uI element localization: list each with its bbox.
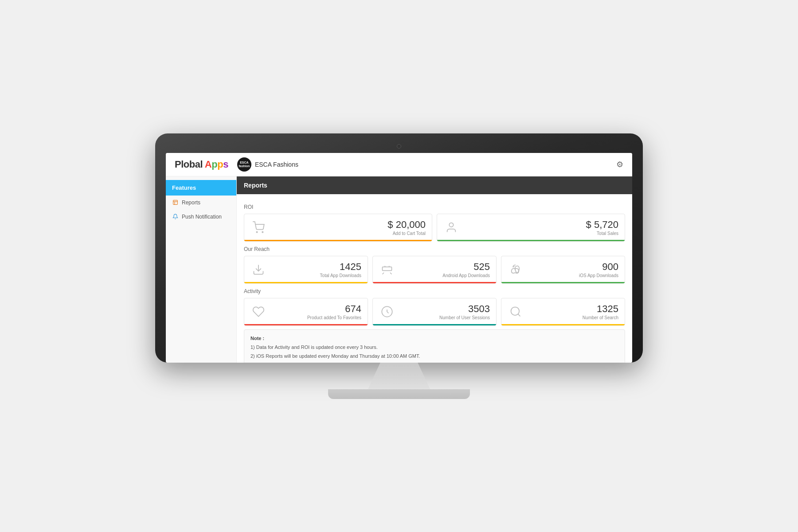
total-sales-value: $ 5,720 [464, 219, 618, 230]
favorites-label: Product added To Favorites [271, 315, 361, 320]
search-icon [508, 304, 524, 320]
total-downloads-card: 1425 Total App Downloads [244, 256, 368, 284]
sidebar-item-reports[interactable]: Reports [166, 196, 236, 210]
total-downloads-value: 1425 [271, 262, 361, 272]
sales-icon [443, 219, 459, 235]
heart-icon [250, 304, 266, 320]
android-downloads-card: 525 Android App Downloads [372, 256, 497, 284]
activity-cards-row: 674 Product added To Favorites 3503 [244, 298, 625, 326]
notes-title: Note : [250, 336, 264, 341]
ios-downloads-label: iOS App Downloads [528, 273, 618, 278]
apple-icon [508, 262, 524, 278]
app-header: Plobal Apps ESCA fashion ESCA Fashions ⚙ [166, 153, 632, 176]
push-notification-label: Push Notification [182, 214, 222, 220]
reach-cards-row: 1425 Total App Downloads [244, 256, 625, 284]
total-sales-label: Total Sales [464, 231, 618, 236]
sessions-data: 3503 Number of User Sessions [399, 304, 490, 320]
monitor-base-connector [368, 363, 430, 389]
monitor-outer: Plobal Apps ESCA fashion ESCA Fashions ⚙… [155, 133, 643, 363]
cart-icon [250, 219, 266, 235]
total-downloads-data: 1425 Total App Downloads [271, 262, 361, 278]
download-icon [250, 262, 266, 278]
notes-section: Note : 1) Data for Activity and ROI is u… [244, 329, 625, 362]
brand-section: ESCA fashion ESCA Fashions [237, 157, 298, 172]
brand-name: ESCA Fashions [255, 161, 298, 168]
favorites-card: 674 Product added To Favorites [244, 298, 368, 326]
camera [397, 144, 401, 149]
sidebar-item-push-notification[interactable]: Push Notification [166, 210, 236, 224]
sessions-card: 3503 Number of User Sessions [372, 298, 497, 326]
svg-rect-0 [173, 200, 177, 205]
sessions-value: 3503 [399, 304, 490, 314]
logo: Plobal Apps [175, 159, 228, 170]
add-to-cart-label: Add to Cart Total [271, 231, 426, 236]
search-data: 1325 Number of Search [528, 304, 618, 320]
total-sales-card: $ 5,720 Total Sales [437, 214, 625, 242]
activity-section-title: Activity [244, 288, 625, 294]
roi-cards-row: $ 20,000 Add to Cart Total $ 5,720 [244, 214, 625, 242]
main-title: Reports [237, 176, 632, 194]
ios-downloads-card: 900 iOS App Downloads [501, 256, 625, 284]
total-sales-data: $ 5,720 Total Sales [464, 219, 618, 236]
ios-downloads-value: 900 [528, 262, 618, 272]
svg-point-8 [511, 307, 520, 316]
android-downloads-label: Android App Downloads [399, 273, 490, 278]
add-to-cart-data: $ 20,000 Add to Cart Total [271, 219, 426, 236]
android-icon [379, 262, 395, 278]
add-to-cart-card: $ 20,000 Add to Cart Total [244, 214, 432, 242]
svg-point-3 [256, 231, 257, 232]
ios-downloads-data: 900 iOS App Downloads [528, 262, 618, 278]
sessions-icon [379, 304, 395, 320]
svg-point-5 [449, 223, 453, 227]
settings-button[interactable]: ⚙ [616, 160, 623, 169]
monitor: Plobal Apps ESCA fashion ESCA Fashions ⚙… [155, 133, 643, 399]
add-to-cart-value: $ 20,000 [271, 219, 426, 230]
note-line-1: 1) Data for Activity and ROI is updated … [250, 344, 378, 350]
notification-icon [172, 214, 178, 220]
total-downloads-label: Total App Downloads [271, 273, 361, 278]
favorites-data: 674 Product added To Favorites [271, 304, 361, 320]
sidebar-item-features[interactable]: Features [166, 180, 236, 196]
roi-section-title: ROI [244, 204, 625, 210]
app-body: Features Reports [166, 176, 632, 363]
sidebar: Features Reports [166, 176, 237, 363]
main-inner: ROI $ 20,000 Add to Cart Total [237, 194, 632, 363]
favorites-value: 674 [271, 304, 361, 314]
brand-avatar: ESCA fashion [237, 157, 251, 172]
main-content: Reports ROI $ 20,000 Add to C [237, 176, 632, 363]
android-downloads-value: 525 [399, 262, 490, 272]
reports-label: Reports [182, 200, 200, 206]
search-value: 1325 [528, 304, 618, 314]
monitor-base [328, 389, 470, 399]
sessions-label: Number of User Sessions [399, 315, 490, 320]
monitor-screen: Plobal Apps ESCA fashion ESCA Fashions ⚙… [166, 153, 632, 363]
android-downloads-data: 525 Android App Downloads [399, 262, 490, 278]
search-card: 1325 Number of Search [501, 298, 625, 326]
svg-point-4 [262, 231, 263, 232]
reach-section-title: Our Reach [244, 246, 625, 252]
search-label: Number of Search [528, 315, 618, 320]
note-line-2: 2) iOS Reports will be updated every Mon… [250, 353, 420, 359]
svg-line-9 [518, 314, 520, 317]
reports-icon [172, 200, 178, 206]
